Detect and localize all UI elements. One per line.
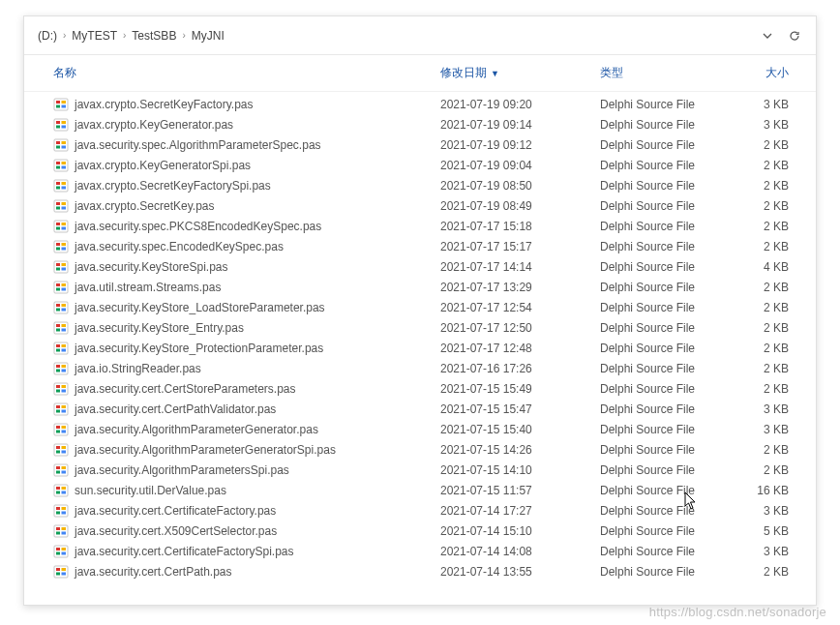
file-date: 2021-07-15 11:57 xyxy=(440,484,600,497)
file-size: 2 KB xyxy=(726,362,789,375)
file-row[interactable]: java.security.cert.CertStoreParameters.p… xyxy=(24,378,816,399)
svg-rect-90 xyxy=(54,464,68,476)
refresh-button[interactable] xyxy=(781,22,808,49)
svg-rect-42 xyxy=(62,263,67,266)
file-row[interactable]: java.security.AlgorithmParameterGenerato… xyxy=(24,439,816,460)
file-type: Delphi Source File xyxy=(600,545,726,558)
file-row[interactable]: java.security.spec.AlgorithmParameterSpe… xyxy=(24,134,816,155)
svg-rect-52 xyxy=(62,304,67,307)
file-type: Delphi Source File xyxy=(600,220,726,233)
column-header-date[interactable]: 修改日期 ▼ xyxy=(440,65,600,81)
file-row[interactable]: java.util.stream.Streams.pas2021-07-17 1… xyxy=(24,277,816,297)
file-row[interactable]: java.security.KeyStoreSpi.pas2021-07-17 … xyxy=(24,256,816,277)
file-name: java.security.KeyStoreSpi.pas xyxy=(75,260,228,274)
svg-rect-5 xyxy=(54,119,68,131)
breadcrumb-seg-1[interactable]: TestSBB xyxy=(132,29,176,43)
file-type: Delphi Source File xyxy=(600,565,726,579)
file-row[interactable]: java.security.spec.EncodedKeySpec.pas202… xyxy=(24,236,816,256)
file-row[interactable]: javax.crypto.KeyGeneratorSpi.pas2021-07-… xyxy=(24,155,816,175)
file-name: javax.crypto.KeyGeneratorSpi.pas xyxy=(75,159,251,172)
file-name: java.security.spec.AlgorithmParameterSpe… xyxy=(75,138,321,152)
breadcrumb-seg-2[interactable]: MyJNI xyxy=(192,29,225,43)
column-header-type[interactable]: 类型 xyxy=(600,65,726,81)
file-size: 3 KB xyxy=(726,504,789,518)
svg-rect-18 xyxy=(56,165,60,168)
file-date: 2021-07-14 13:55 xyxy=(440,565,600,579)
file-size: 2 KB xyxy=(726,301,789,314)
file-date: 2021-07-19 09:14 xyxy=(440,118,600,132)
svg-rect-53 xyxy=(56,308,60,311)
breadcrumb-drive[interactable]: (D:) xyxy=(38,29,57,43)
file-row[interactable]: java.security.AlgorithmParameterGenerato… xyxy=(24,419,816,439)
svg-rect-15 xyxy=(54,160,68,171)
file-row[interactable]: java.security.cert.CertificateFactory.pa… xyxy=(24,500,816,521)
file-row[interactable]: java.security.cert.CertificateFactorySpi… xyxy=(24,541,816,561)
file-name: java.security.AlgorithmParametersSpi.pas xyxy=(75,463,289,477)
svg-rect-111 xyxy=(56,548,60,551)
file-row[interactable]: java.security.KeyStore_LoadStoreParamete… xyxy=(24,297,816,317)
file-name: java.security.KeyStore_ProtectionParamet… xyxy=(75,342,323,355)
svg-rect-116 xyxy=(56,568,60,571)
svg-rect-29 xyxy=(62,206,67,209)
svg-rect-28 xyxy=(56,206,60,209)
delphi-file-icon xyxy=(53,300,69,315)
file-date: 2021-07-15 15:49 xyxy=(440,382,600,396)
file-list[interactable]: javax.crypto.SecretKeyFactory.pas2021-07… xyxy=(24,92,816,605)
history-dropdown-button[interactable] xyxy=(754,22,781,49)
file-row[interactable]: javax.crypto.SecretKey.pas2021-07-19 08:… xyxy=(24,195,816,216)
watermark: https://blog.csdn.net/sonadorje xyxy=(649,605,826,619)
file-row[interactable]: javax.crypto.SecretKeyFactory.pas2021-07… xyxy=(24,94,816,114)
delphi-file-icon xyxy=(53,341,69,356)
svg-rect-43 xyxy=(56,267,60,270)
svg-rect-89 xyxy=(62,450,67,453)
svg-rect-99 xyxy=(62,491,67,493)
file-type: Delphi Source File xyxy=(600,443,726,457)
breadcrumb-seg-0[interactable]: MyTEST xyxy=(72,29,117,43)
svg-rect-49 xyxy=(62,287,67,290)
file-size: 4 KB xyxy=(726,260,789,274)
file-name: sun.security.util.DerValue.pas xyxy=(75,484,226,497)
svg-rect-74 xyxy=(62,389,67,392)
file-row[interactable]: java.security.KeyStore_ProtectionParamet… xyxy=(24,338,816,358)
breadcrumb[interactable]: (D:) › MyTEST › TestSBB › MyJNI xyxy=(38,29,754,43)
file-date: 2021-07-15 14:26 xyxy=(440,443,600,457)
file-row[interactable]: sun.security.util.DerValue.pas2021-07-15… xyxy=(24,480,816,500)
svg-rect-106 xyxy=(56,527,60,530)
file-row[interactable]: java.security.cert.CertPathValidator.pas… xyxy=(24,399,816,419)
file-row[interactable]: java.io.StringReader.pas2021-07-16 17:26… xyxy=(24,358,816,378)
file-row[interactable]: java.security.cert.CertPath.pas2021-07-1… xyxy=(24,561,816,581)
file-date: 2021-07-16 17:26 xyxy=(440,362,600,375)
svg-rect-48 xyxy=(56,287,60,290)
column-header-type-label: 类型 xyxy=(600,65,623,81)
delphi-file-icon xyxy=(53,259,69,275)
file-size: 2 KB xyxy=(726,281,789,294)
file-date: 2021-07-15 15:40 xyxy=(440,423,600,436)
file-size: 2 KB xyxy=(726,342,789,355)
file-row[interactable]: javax.crypto.KeyGenerator.pas2021-07-19 … xyxy=(24,114,816,134)
svg-rect-115 xyxy=(54,566,68,578)
file-row[interactable]: java.security.KeyStore_Entry.pas2021-07-… xyxy=(24,317,816,338)
file-row[interactable]: java.security.AlgorithmParametersSpi.pas… xyxy=(24,460,816,480)
delphi-file-icon xyxy=(53,361,69,376)
column-header-size[interactable]: 大小 xyxy=(726,65,789,81)
svg-rect-36 xyxy=(56,243,60,246)
delphi-file-icon xyxy=(53,320,69,336)
file-size: 2 KB xyxy=(726,443,789,457)
svg-rect-63 xyxy=(56,348,60,351)
svg-rect-24 xyxy=(62,186,67,189)
svg-rect-66 xyxy=(56,365,60,368)
file-name: java.security.cert.CertPath.pas xyxy=(75,565,232,579)
svg-rect-26 xyxy=(56,202,60,205)
file-type: Delphi Source File xyxy=(600,281,726,294)
file-size: 2 KB xyxy=(726,321,789,335)
file-row[interactable]: javax.crypto.SecretKeyFactorySpi.pas2021… xyxy=(24,175,816,195)
svg-rect-3 xyxy=(56,104,60,107)
column-header-name[interactable]: 名称 xyxy=(53,65,440,81)
svg-rect-88 xyxy=(56,450,60,453)
sort-desc-icon: ▼ xyxy=(491,69,499,78)
svg-rect-17 xyxy=(62,162,67,164)
svg-rect-107 xyxy=(62,527,67,530)
file-row[interactable]: java.security.cert.X509CertSelector.pas2… xyxy=(24,521,816,541)
file-row[interactable]: java.security.spec.PKCS8EncodedKeySpec.p… xyxy=(24,216,816,236)
svg-rect-59 xyxy=(62,328,67,331)
